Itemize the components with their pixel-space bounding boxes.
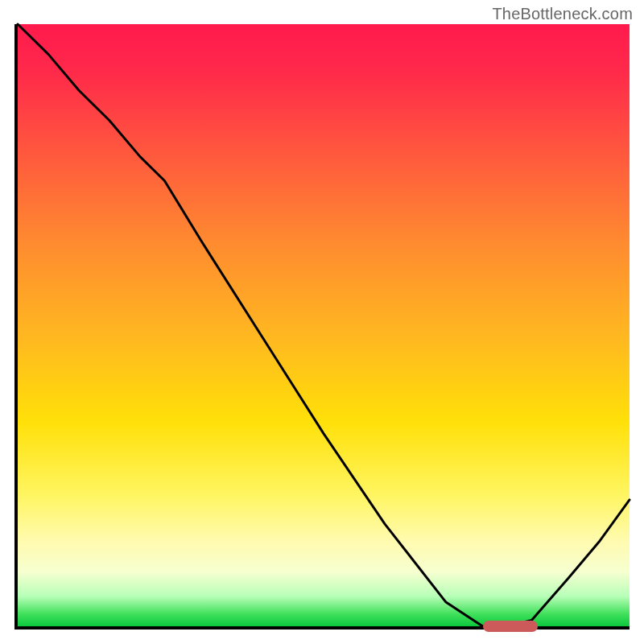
line-curve [18,24,630,626]
chart-container: TheBottleneck.com [0,0,644,644]
plot-area [14,24,630,630]
optimum-marker [483,621,538,632]
watermark-text: TheBottleneck.com [492,5,633,23]
